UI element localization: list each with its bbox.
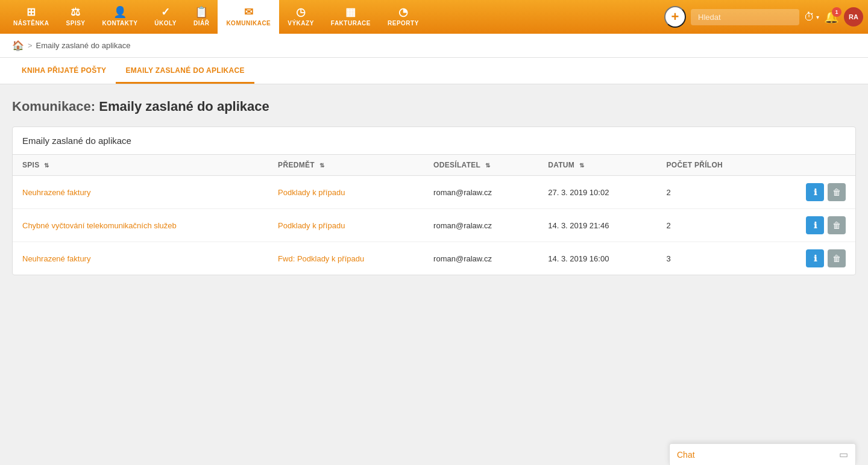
cell-predmet-2[interactable]: Fwd: Podklady k případu: [268, 242, 424, 275]
cell-spis-0[interactable]: Neuhrazené faktury: [13, 176, 268, 209]
cell-prilohy-0: 2: [656, 176, 768, 209]
sort-icon-spis: ⇅: [44, 162, 49, 169]
sort-icon-datum: ⇅: [579, 162, 584, 169]
info-button-1[interactable]: ℹ: [806, 216, 824, 234]
cell-odesilatel-2: roman@ralaw.cz: [424, 242, 538, 275]
nav-label-fakturace: FAKTURACE: [331, 20, 371, 27]
col-prilohy: POČET PŘÍLOH: [656, 155, 768, 176]
add-button[interactable]: +: [664, 6, 686, 28]
col-predmet[interactable]: PŘEDMĚT ⇅: [268, 155, 424, 176]
nav-item-kontakty[interactable]: 👤 KONTAKTY: [94, 0, 146, 34]
table-row: Neuhrazené faktury Fwd: Podklady k přípa…: [13, 242, 855, 275]
bell-button[interactable]: 🔔 1: [824, 10, 839, 24]
nav-icon-spisy: ⚖: [71, 5, 81, 19]
nav-label-reporty: REPORTY: [388, 20, 419, 27]
cell-odesilatel-1: roman@ralaw.cz: [424, 209, 538, 242]
cell-actions-1: ℹ 🗑: [769, 209, 855, 242]
breadcrumb-separator: >: [28, 41, 33, 50]
nav-label-komunikace: KOMUNIKACE: [226, 20, 271, 27]
nav-label-kontakty: KONTAKTY: [102, 20, 138, 27]
nav-label-diar: DIÁŘ: [193, 20, 209, 27]
nav-item-ukoly[interactable]: ✓ ÚKOLY: [146, 0, 185, 34]
predmet-link-2[interactable]: Fwd: Podklady k případu: [278, 254, 364, 263]
nav-icon-nastенка: ⊞: [27, 5, 36, 19]
cell-datum-1: 14. 3. 2019 21:46: [538, 209, 656, 242]
bell-badge: 1: [832, 7, 841, 17]
page-title-prefix: Komunikace:: [12, 99, 95, 114]
nav-icon-diar: 📋: [195, 5, 209, 19]
nav-icon-kontakty: 👤: [113, 5, 127, 19]
tabs-container: KNIHA PŘIJATÉ POŠTY EMAILY ZASLANÉ DO AP…: [0, 58, 868, 84]
delete-button-2[interactable]: 🗑: [828, 249, 846, 267]
cell-predmet-1[interactable]: Podklady k případu: [268, 209, 424, 242]
nav-right: ⏱ ▾ 🔔 1 RA: [804, 7, 863, 27]
navbar: ⊞ NÁSTĚNKA ⚖ SPISY 👤 KONTAKTY ✓ ÚKOLY 📋 …: [0, 0, 868, 34]
cell-actions-0: ℹ 🗑: [769, 176, 855, 209]
cell-odesilatel-0: roman@ralaw.cz: [424, 176, 538, 209]
delete-button-1[interactable]: 🗑: [828, 216, 846, 234]
nav-label-ukoly: ÚKOLY: [154, 20, 177, 27]
breadcrumb-current: Emaily zaslané do aplikace: [36, 41, 131, 50]
predmet-link-1[interactable]: Podklady k případu: [278, 221, 345, 230]
info-button-0[interactable]: ℹ: [806, 183, 824, 201]
nav-label-nastенка: NÁSTĚNKA: [13, 20, 49, 27]
page-title-main: Emaily zaslané do aplikace: [99, 99, 269, 114]
col-actions: [769, 155, 855, 176]
sort-icon-predmet: ⇅: [319, 162, 324, 169]
cell-spis-2[interactable]: Neuhrazené faktury: [13, 242, 268, 275]
delete-button-0[interactable]: 🗑: [828, 183, 846, 201]
table-card: Emaily zaslané do aplikace SPIS ⇅ PŘEDMĚ…: [12, 126, 856, 275]
cell-prilohy-2: 3: [656, 242, 768, 275]
cell-datum-0: 27. 3. 2019 10:02: [538, 176, 656, 209]
avatar[interactable]: RA: [844, 7, 863, 27]
clock-chevron: ▾: [816, 14, 819, 20]
cell-predmet-0[interactable]: Podklady k případu: [268, 176, 424, 209]
nav-item-reporty[interactable]: ◔ REPORTY: [379, 0, 427, 34]
cell-prilohy-1: 2: [656, 209, 768, 242]
nav-item-vykazy[interactable]: ◷ VÝKAZY: [279, 0, 322, 34]
nav-item-fakturace[interactable]: ▦ FAKTURACE: [322, 0, 379, 34]
predmet-link-0[interactable]: Podklady k případu: [278, 188, 345, 197]
breadcrumb: 🏠 > Emaily zaslané do aplikace: [0, 34, 868, 58]
tab-emaily[interactable]: EMAILY ZASLANÉ DO APLIKACE: [116, 58, 254, 84]
clock-button[interactable]: ⏱ ▾: [804, 11, 819, 23]
sort-icon-odesilatel: ⇅: [485, 162, 490, 169]
cell-spis-1[interactable]: Chybné vyčtování telekomunikačních služe…: [13, 209, 268, 242]
table-header-row: SPIS ⇅ PŘEDMĚT ⇅ ODESÍLATEL ⇅ DATUM ⇅: [13, 155, 855, 176]
nav-label-vykazy: VÝKAZY: [288, 20, 314, 27]
col-odesilatel[interactable]: ODESÍLATEL ⇅: [424, 155, 538, 176]
tab-kniha[interactable]: KNIHA PŘIJATÉ POŠTY: [12, 58, 116, 84]
nav-item-diar[interactable]: 📋 DIÁŘ: [185, 0, 218, 34]
nav-icon-komunikace: ✉: [244, 5, 254, 19]
cell-datum-2: 14. 3. 2019 16:00: [538, 242, 656, 275]
col-datum[interactable]: DATUM ⇅: [538, 155, 656, 176]
col-spis[interactable]: SPIS ⇅: [13, 155, 268, 176]
search-input[interactable]: [691, 9, 799, 25]
clock-icon: ⏱: [804, 11, 815, 23]
table-row: Neuhrazené faktury Podklady k případu ro…: [13, 176, 855, 209]
info-button-2[interactable]: ℹ: [806, 249, 824, 267]
table-card-header: Emaily zaslané do aplikace: [13, 127, 855, 155]
nav-item-nastенка[interactable]: ⊞ NÁSTĚNKA: [5, 0, 58, 34]
spis-link-2[interactable]: Neuhrazené faktury: [22, 254, 90, 263]
spis-link-1[interactable]: Chybné vyčtování telekomunikačních služe…: [22, 221, 177, 230]
nav-icon-fakturace: ▦: [345, 5, 356, 19]
nav-item-spisy[interactable]: ⚖ SPISY: [58, 0, 94, 34]
nav-icon-ukoly: ✓: [161, 5, 171, 19]
nav-label-spisy: SPISY: [66, 20, 86, 27]
table-row: Chybné vyčtování telekomunikačních služe…: [13, 209, 855, 242]
spis-link-0[interactable]: Neuhrazené faktury: [22, 188, 90, 197]
nav-icon-reporty: ◔: [398, 5, 409, 19]
emails-table: SPIS ⇅ PŘEDMĚT ⇅ ODESÍLATEL ⇅ DATUM ⇅: [13, 155, 855, 275]
breadcrumb-home[interactable]: 🏠: [12, 40, 24, 51]
main-content: Komunikace: Emaily zaslané do aplikace E…: [0, 84, 868, 290]
nav-icon-vykazy: ◷: [296, 5, 306, 19]
nav-item-komunikace[interactable]: ✉ KOMUNIKACE: [218, 0, 279, 34]
cell-actions-2: ℹ 🗑: [769, 242, 855, 275]
page-title: Komunikace: Emaily zaslané do aplikace: [12, 99, 856, 114]
